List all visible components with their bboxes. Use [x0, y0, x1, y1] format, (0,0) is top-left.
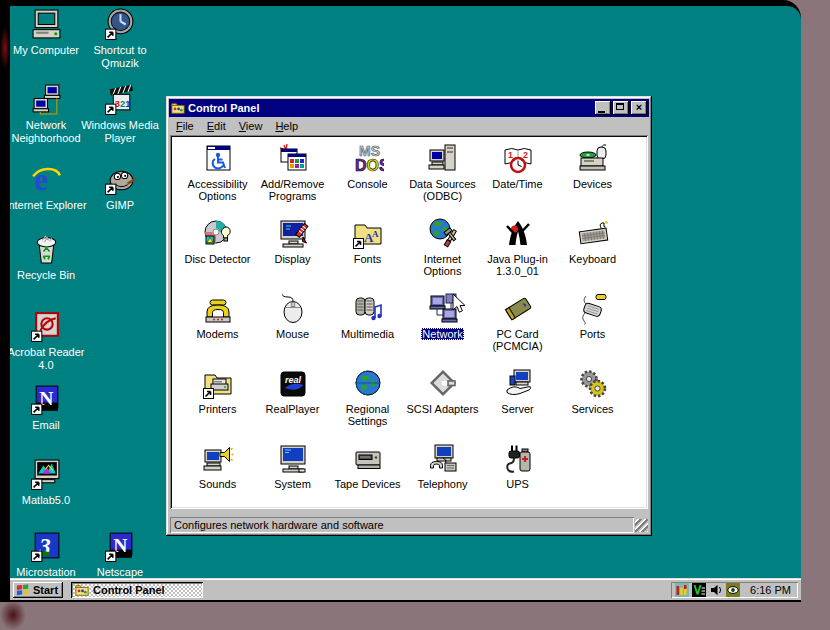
taskbar-clock[interactable]: 6:16 PM [750, 584, 791, 596]
display-icon [277, 218, 309, 250]
menu-edit[interactable]: Edit [201, 118, 233, 134]
maximize-icon [616, 103, 624, 110]
meter-tray-icon[interactable] [675, 583, 689, 597]
vshield-tray-icon[interactable] [692, 583, 706, 597]
matlab-icon [30, 458, 63, 491]
desktop-icon-label: Microstation [16, 566, 75, 579]
svg-text:1: 1 [508, 150, 513, 160]
cp-item-label: Ports [579, 328, 607, 340]
desktop-icon-label: Email [32, 419, 60, 432]
desktop-icon-matlab5-0[interactable]: Matlab5.0 [10, 458, 90, 507]
cp-item-label: RealPlayer [265, 403, 321, 415]
cp-item-devices[interactable]: Devices [555, 143, 630, 218]
taskbar-task-control-panel[interactable]: Control Panel [71, 582, 203, 598]
cp-item-multimedia[interactable]: Multimedia [330, 293, 405, 368]
fonts-icon: AA [352, 218, 384, 250]
desktop-icon-shortcut-to-qmuzik[interactable]: Shortcut to Qmuzik [76, 8, 164, 70]
start-label: Start [33, 584, 58, 596]
desktop-icon-acrobat-reader-4-0[interactable]: Acrobat Reader 4.0 [10, 310, 90, 372]
cp-item-label: Display [273, 253, 311, 265]
cp-item-label: System [273, 478, 312, 490]
cp-item-scsi-adapters[interactable]: SCSI Adapters [405, 368, 480, 443]
cp-item-label: Keyboard [568, 253, 617, 265]
cp-item-internet-options[interactable]: Internet Options [405, 218, 480, 293]
date-time-icon: 12 [502, 143, 534, 175]
cp-item-add-remove-programs[interactable]: Add/Remove Programs [255, 143, 330, 218]
desktop-icon-label: Recycle Bin [17, 269, 75, 282]
cp-item-modems[interactable]: Modems [180, 293, 255, 368]
desktop-icon-gimp[interactable]: GIMP [76, 163, 164, 212]
control-panel-item-grid: Accessibility OptionsAdd/Remove Programs… [170, 135, 648, 509]
desktop-icon-label: GIMP [106, 199, 134, 212]
cp-item-data-sources-odbc-[interactable]: Data Sources (ODBC) [405, 143, 480, 218]
cp-item-label: Server [500, 403, 534, 415]
cp-item-label: Network [421, 328, 463, 340]
desktop-icon-recycle-bin[interactable]: Recycle Bin [10, 233, 90, 282]
cp-item-network[interactable]: Network [405, 293, 480, 368]
cp-item-ups[interactable]: UPS [480, 443, 555, 509]
cp-item-pc-card-pcmcia-[interactable]: PC Card (PCMCIA) [480, 293, 555, 368]
realplayer-icon: real [277, 368, 309, 400]
system-icon [277, 443, 309, 475]
menu-file[interactable]: File [170, 118, 201, 134]
cp-item-label: Mouse [275, 328, 310, 340]
mouse-icon [277, 293, 309, 325]
cp-item-accessibility-options[interactable]: Accessibility Options [180, 143, 255, 218]
cp-item-console[interactable]: MSDOSConsole [330, 143, 405, 218]
regional-settings-icon [352, 368, 384, 400]
resize-grip[interactable] [635, 519, 648, 532]
network-neighborhood-icon [30, 83, 63, 116]
cp-item-label: Tape Devices [333, 478, 401, 490]
disc-detector-icon [202, 218, 234, 250]
printers-icon [202, 368, 234, 400]
system-tray: 6:16 PM [671, 582, 798, 598]
menu-help[interactable]: Help [269, 118, 305, 134]
console-icon: MSDOS [352, 143, 384, 175]
cp-item-tape-devices[interactable]: Tape Devices [330, 443, 405, 509]
devices-icon [577, 143, 609, 175]
bezel-reflection [0, 600, 26, 630]
cp-item-date-time[interactable]: 12Date/Time [480, 143, 555, 218]
titlebar[interactable]: Control Panel × [169, 99, 649, 117]
cp-item-mouse[interactable]: Mouse [255, 293, 330, 368]
eye-tray-icon[interactable] [726, 583, 740, 597]
close-button[interactable]: × [631, 101, 647, 115]
cp-item-system[interactable]: System [255, 443, 330, 509]
cp-item-keyboard[interactable]: Keyboard [555, 218, 630, 293]
cp-item-disc-detector[interactable]: Disc Detector [180, 218, 255, 293]
cp-item-label: Multimedia [340, 328, 395, 340]
statusbar: Configures network hardware and software [169, 511, 649, 533]
desktop-icon-netscape[interactable]: NNetscape [76, 530, 164, 579]
cp-item-java-plug-in-1-3-0-01[interactable]: Java Plug-in 1.3.0_01 [480, 218, 555, 293]
cp-item-label: Data Sources (ODBC) [405, 178, 480, 202]
cp-item-fonts[interactable]: AAFonts [330, 218, 405, 293]
desktop-icon-email[interactable]: NEmail [10, 383, 90, 432]
minimize-button[interactable] [595, 101, 611, 115]
cp-item-label: Modems [195, 328, 239, 340]
cp-item-server[interactable]: Server [480, 368, 555, 443]
scsi-adapters-icon [427, 368, 459, 400]
menu-view[interactable]: View [233, 118, 270, 134]
cp-item-services[interactable]: Services [555, 368, 630, 443]
maximize-button[interactable] [613, 101, 629, 115]
cp-item-label: SCSI Adapters [405, 403, 479, 415]
start-button[interactable]: Start [13, 582, 63, 598]
desktop-icon-windows-media-player[interactable]: 321Windows Media Player [76, 83, 164, 145]
ups-icon [502, 443, 534, 475]
close-icon: × [631, 100, 647, 114]
control-panel-window: Control Panel × FileEditViewHelp Accessi… [166, 96, 652, 536]
desktop-icon-label: Windows Media Player [76, 119, 164, 145]
cp-item-label: Sounds [198, 478, 237, 490]
svg-text:real: real [285, 375, 302, 385]
volume-tray-icon[interactable] [709, 583, 723, 597]
cp-item-realplayer[interactable]: realRealPlayer [255, 368, 330, 443]
cp-item-regional-settings[interactable]: Regional Settings [330, 368, 405, 443]
cp-item-ports[interactable]: Ports [555, 293, 630, 368]
server-icon [502, 368, 534, 400]
desktop-icon-label: Acrobat Reader 4.0 [10, 346, 90, 372]
sounds-icon [202, 443, 234, 475]
cp-item-display[interactable]: Display [255, 218, 330, 293]
cp-item-telephony[interactable]: Telephony [405, 443, 480, 509]
cp-item-printers[interactable]: Printers [180, 368, 255, 443]
cp-item-sounds[interactable]: Sounds [180, 443, 255, 509]
